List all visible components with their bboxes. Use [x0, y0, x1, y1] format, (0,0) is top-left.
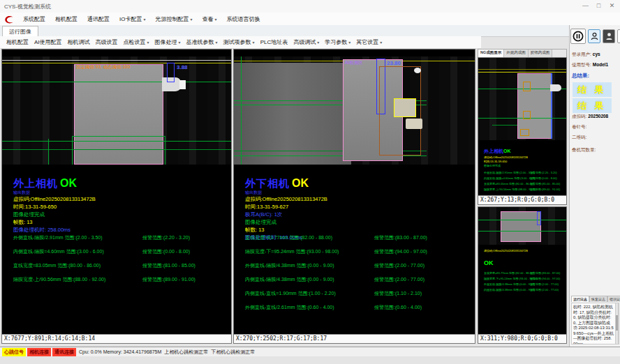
exit-button[interactable] [617, 29, 620, 43]
toolbar-item-9[interactable]: 高级调试▾ [290, 38, 322, 46]
alarm-range: 报警范围:(83.00 - 87.00) [374, 234, 427, 241]
left-camera-image[interactable]: 3.88 固定阈值:93, 动态阈值:100 [2, 56, 231, 165]
tab-info-line: 极耳A(B/C): 1次 [245, 211, 327, 218]
log-tab-2[interactable]: 错误日志 [607, 296, 620, 302]
menu-item-6[interactable]: 系统语言切换 [222, 15, 265, 23]
chevron-down-icon: ▾ [216, 40, 218, 45]
maximize-icon[interactable]: □ [592, 1, 605, 11]
measure-value: 隔膜宽度-下=95.24mm 范围:(93.00 - 98.00) [245, 248, 339, 255]
thumb-top-result-block: 外上相机OK 虚拟码:Offline2025020813313472B 时间:1… [484, 143, 528, 168]
toolbar-item-4[interactable]: 点检设置▾ [121, 38, 152, 46]
measurement-row: 外侧直线-隔膜/4.38mm 范围:(0.00 - 9.00)报警范围:(2.0… [484, 282, 565, 288]
measure-value: 直线宽度=83.05mm 范围:(80.00 - 86.00) [484, 182, 533, 185]
toolbar-item-1[interactable]: AI使用配置 [31, 38, 65, 46]
current-user-button[interactable] [588, 29, 600, 43]
camera-sub-label: 输出数据 [245, 190, 327, 195]
pause-button[interactable] [570, 29, 586, 44]
barcode-line: 虚拟码:Offline2025020813313472B [245, 195, 327, 203]
pause-icon [573, 31, 584, 42]
status-badge-0: 心跳信号 [2, 348, 26, 356]
menu-item-4[interactable]: 光源控制配置▾ [150, 15, 197, 23]
measure-line [241, 56, 242, 165]
menu-item-3[interactable]: IO卡配置▾ [115, 15, 150, 23]
thumb-top-coord-readout: X:267;Y:13;R:0;G:0;B:0 [478, 195, 566, 204]
thumb-tab-1[interactable]: 外观内成图 [504, 50, 529, 57]
chevron-down-icon: ▾ [143, 17, 145, 22]
thumb-bottom-image[interactable] [478, 207, 566, 245]
thumb-tab-0[interactable]: NG成图显示 [478, 50, 504, 57]
measurement-row: 隔膜宽度-下=95.24mm 范围:(93.00 - 98.00)报警范围:(9… [245, 248, 473, 262]
cpu-memory-text: Cpu: 0.0% Memory: 3424.41796875M [79, 349, 161, 354]
alarm-range: 报警范围:(1.10 - 2.10) [374, 290, 422, 297]
measurement-row: 内侧直线-隔膜=4.60mm 范围:(3.00 - 6.00)报警范围:(0.0… [13, 248, 230, 262]
total-result-badge-1: 结 果 [573, 98, 612, 113]
measure-value: 内侧直线-直线=1.90mm 范围:(1.00 - 2.20) [245, 290, 336, 297]
toolbar-item-2[interactable]: 相机调试 [65, 38, 93, 46]
frames-line: 帧数: 13 [245, 226, 327, 234]
left-coord-readout: X:7677;Y:891;R:14;G:14;B:14 [2, 334, 231, 343]
thumb-top-rows: 外侧直线-隔膜/2.91mm 范围:(2.00 - 3.50)报警范围:(2.2… [484, 171, 565, 193]
menu-bar: 系统配置相机配置通讯配置IO卡配置▾光源控制配置▾查看▾系统语言切换 [0, 13, 620, 26]
chevron-down-icon: ▾ [317, 40, 319, 45]
vcode-label: 虚拟码: [572, 114, 586, 119]
menu-item-0[interactable]: 系统配置 [18, 15, 50, 23]
log-tab-1[interactable]: 恢复日志 [589, 296, 607, 302]
thumb-top-image[interactable] [478, 58, 566, 140]
alarm-range: 报警范围:(94.00 - 97.00) [530, 277, 560, 280]
measure-value-tag: 3.88 [177, 64, 188, 70]
model-label: 使用型号: [572, 62, 591, 67]
alarm-range: 报警范围:(2.20 - 3.20) [530, 171, 557, 174]
defect-marker [523, 82, 531, 91]
alarm-range: 报警范围:(89.00 - 91.00) [530, 188, 560, 191]
toolbar-item-7[interactable]: 测试项参数▾ [221, 38, 258, 46]
login-user-label: 登录用户: [572, 52, 591, 56]
alarm-range: 报警范围:(0.00 - 8.00) [142, 248, 190, 255]
scrollbar-thumb[interactable] [616, 315, 618, 331]
measure-value: 直线宽度=83.77mm 范围:(82.00 - 88.00) [484, 271, 533, 275]
baseline-olive [478, 69, 566, 70]
toolbar-item-5[interactable]: 图像处理▾ [152, 38, 184, 46]
measurement-row: 内侧直线-直线=1.90mm 范围:(1.00 - 2.20)报警范围:(1.1… [245, 290, 473, 304]
chevron-down-icon: ▾ [380, 40, 382, 45]
menu-item-2[interactable]: 通讯配置 [82, 15, 115, 23]
alarm-range: 报警范围:(2.20 - 3.20) [142, 234, 190, 241]
menu-item-1[interactable]: 相机配置 [50, 15, 82, 23]
log-tab-0[interactable]: 运行日志 [571, 296, 589, 302]
chevron-down-icon: ▾ [253, 40, 255, 45]
time-line: 时间:13-31-59-627 [245, 203, 327, 211]
measure-value: 外侧直线-隔膜/2.91mm 范围:(2.00 - 3.50) [13, 234, 103, 241]
proc-time-line: 图像处理机时: 258.00ms [13, 226, 96, 234]
measurement-row: 外侧直线-直线/2.61mm 范围:(0.60 - 4.00)报警范围:(0.6… [245, 304, 473, 318]
close-icon[interactable]: ✕ [605, 1, 619, 11]
camera-title: 外下相机 [245, 177, 290, 189]
thumb-tab-2[interactable]: 胶纸内成图 [529, 50, 553, 57]
measure-line [492, 125, 517, 126]
minimize-icon[interactable]: — [579, 1, 592, 11]
defect-rect-yellow [394, 98, 416, 117]
write-count-label: 叠机写数量: [572, 147, 596, 153]
left-measurement-rows: 外侧直线-隔膜/2.91mm 范围:(2.00 - 3.50)报警范围:(2.2… [13, 234, 230, 290]
measure-rect [72, 136, 165, 165]
user-switch-button[interactable] [603, 29, 615, 43]
measure-line-blue [551, 73, 552, 139]
toolbar-item-8[interactable]: PLC地址表 [258, 38, 291, 46]
measure-line [478, 220, 566, 220]
measure-value: 内侧直线-隔膜=4.60mm 范围:(3.00 - 6.00) [484, 176, 536, 180]
model-value: Model1 [593, 62, 608, 67]
alarm-range: 报警范围:(2.00 - 77.00) [530, 288, 559, 291]
menu-item-5[interactable]: 查看▾ [197, 15, 221, 23]
baseline-yellow [478, 72, 566, 73]
log-scrollbar[interactable] [615, 303, 619, 344]
time-line: 时间:13-31-59-650 [13, 203, 96, 211]
mid-camera-image[interactable]: AI检测区 23.80 [234, 56, 475, 165]
toolbar-item-10[interactable]: 学习参数▾ [322, 38, 353, 46]
toolbar-item-3[interactable]: 高级设置 [93, 38, 121, 46]
toolbar-item-0[interactable]: 相机配置 [3, 38, 31, 46]
toolbar-item-6[interactable]: 基准线参数▾ [184, 38, 221, 46]
connector-blob [550, 84, 561, 91]
toolbar-item-11[interactable]: 其它设置▾ [353, 38, 385, 46]
alarm-range: 报警范围:(81.00 - 85.00) [142, 262, 195, 269]
thumb-bottom-panel: 虚拟码:Offline2025020813313472B OK 直线宽度=83.… [478, 206, 567, 344]
measure-line [478, 118, 566, 119]
gray-region [234, 63, 351, 165]
